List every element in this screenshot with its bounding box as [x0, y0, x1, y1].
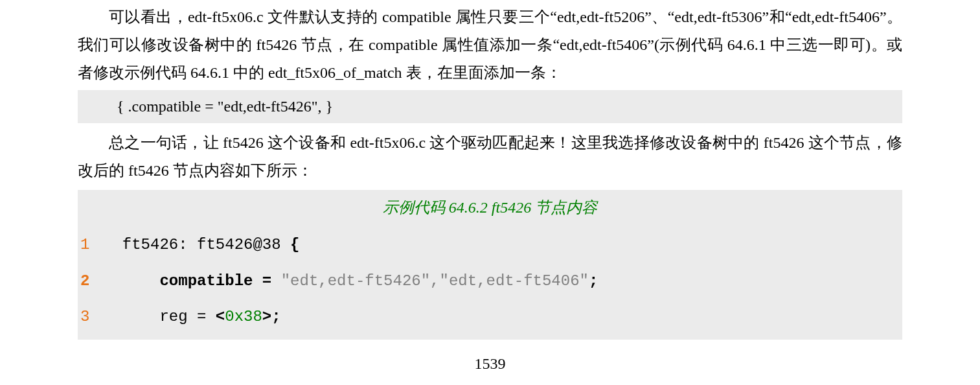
- document-page: 可以看出，edt-ft5x06.c 文件默认支持的 compatible 属性只…: [0, 0, 980, 378]
- code-line-3: 3 reg = <0x38>;: [78, 299, 902, 334]
- line-number: 1: [78, 231, 104, 259]
- code-semicolon: ;: [589, 272, 598, 290]
- inline-code-block: { .compatible = "edt,edt-ft5426", }: [78, 90, 902, 123]
- code-number: 0x38: [225, 308, 262, 325]
- page-number: 1539: [0, 350, 980, 378]
- paragraph-1: 可以看出，edt-ft5x06.c 文件默认支持的 compatible 属性只…: [0, 0, 980, 88]
- paragraph-2: 总之一句话，让 ft5426 这个设备和 edt-ft5x06.c 这个驱动匹配…: [0, 126, 980, 185]
- code-lt: <: [216, 308, 225, 325]
- code-keyword: compatible: [159, 272, 253, 290]
- code-equals: =: [253, 272, 280, 290]
- code-gt: >;: [262, 308, 281, 325]
- code-caption: 示例代码 64.6.2 ft5426 节点内容: [78, 190, 902, 224]
- code-line-1: 1 ft5426: ft5426@38 {: [78, 227, 902, 262]
- line-number: 2: [78, 267, 104, 295]
- code-block: 1 ft5426: ft5426@38 { 2 compatible = "ed…: [78, 224, 902, 340]
- code-text: ft5426: ft5426@38: [104, 236, 290, 253]
- paragraph-1-text: 可以看出，edt-ft5x06.c 文件默认支持的 compatible 属性只…: [78, 3, 902, 88]
- code-text: reg =: [104, 308, 216, 325]
- line-number: 3: [78, 303, 104, 331]
- code-line-2: 2 compatible = "edt,edt-ft5426","edt,edt…: [78, 263, 902, 299]
- code-string: "edt,edt-ft5426","edt,edt-ft5406": [281, 272, 589, 290]
- code-indent: [104, 272, 159, 290]
- code-brace: {: [290, 236, 299, 253]
- inline-code-text: { .compatible = "edt,edt-ft5426", }: [117, 98, 333, 115]
- paragraph-2-text: 总之一句话，让 ft5426 这个设备和 edt-ft5x06.c 这个驱动匹配…: [78, 129, 902, 185]
